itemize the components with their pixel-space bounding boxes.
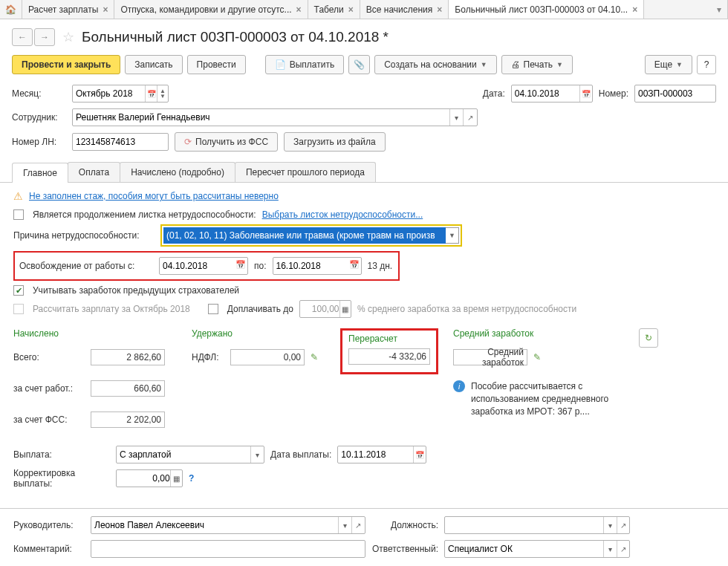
reason-field[interactable]: (01, 02, 10, 11) Заболевание или травма … bbox=[163, 227, 446, 244]
subtab-recalc[interactable]: Пересчет прошлого периода bbox=[235, 162, 376, 182]
comment-field[interactable] bbox=[91, 540, 365, 558]
payout-date-field[interactable]: 📅 bbox=[337, 446, 426, 463]
payout-mode-field[interactable]: ▾ bbox=[116, 446, 264, 463]
calc-salary-label: Рассчитать зарплату за Октябрь 2018 bbox=[33, 304, 190, 314]
subtab-payment[interactable]: Оплата bbox=[68, 162, 120, 182]
print-button[interactable]: 🖨Печать▼ bbox=[501, 55, 573, 74]
calc-salary-checkbox bbox=[13, 304, 24, 314]
tab-sick-leave[interactable]: Больничный лист 00ЗП-000003 от 04.10...× bbox=[449, 0, 644, 19]
number-label: Номер: bbox=[599, 88, 628, 99]
prev-insurers-checkbox[interactable] bbox=[13, 285, 24, 296]
edit-icon[interactable]: ✎ bbox=[311, 352, 318, 362]
back-button[interactable]: ← bbox=[12, 28, 33, 46]
ln-label: Номер ЛН: bbox=[12, 137, 66, 147]
page-title: Больничный лист 00ЗП-000003 от 04.10.201… bbox=[82, 29, 389, 45]
chevron-down-icon: ▼ bbox=[676, 61, 683, 68]
chevron-down-icon[interactable]: ▾ bbox=[250, 446, 264, 463]
manager-field[interactable]: ▾↗ bbox=[91, 516, 365, 534]
chevron-down-icon[interactable]: ▾ bbox=[338, 517, 351, 533]
calc-icon[interactable]: ▦ bbox=[170, 470, 182, 487]
recalc-header: Перерасчет bbox=[348, 334, 397, 344]
open-icon[interactable]: ↗ bbox=[617, 541, 629, 557]
attach-button[interactable]: 📎 bbox=[348, 55, 370, 74]
load-file-button[interactable]: Загрузить из файла bbox=[284, 132, 386, 152]
printer-icon: 🖨 bbox=[511, 59, 520, 70]
subtab-main[interactable]: Главное bbox=[12, 163, 68, 183]
select-sheet-link[interactable]: Выбрать листок нетрудоспособности... bbox=[262, 209, 423, 220]
save-button[interactable]: Записать bbox=[125, 55, 182, 74]
calendar-icon[interactable]: 📅 bbox=[235, 260, 246, 270]
get-fss-button[interactable]: ⟳Получить из ФСС bbox=[175, 132, 278, 152]
correction-field[interactable]: ▦ bbox=[116, 469, 183, 487]
toppay-suffix: % среднего заработка за время нетрудоспо… bbox=[357, 304, 576, 314]
reason-label: Причина нетрудоспособности: bbox=[13, 230, 155, 241]
warning-link[interactable]: Не заполнен стаж, пособия могут быть рас… bbox=[29, 191, 279, 201]
employee-field[interactable]: ▾↗ bbox=[72, 108, 478, 126]
more-button[interactable]: Еще▼ bbox=[645, 55, 692, 74]
toppay-checkbox[interactable] bbox=[208, 304, 218, 314]
number-field[interactable] bbox=[634, 85, 716, 103]
position-field[interactable]: ▾↗ bbox=[444, 516, 630, 534]
close-icon[interactable]: × bbox=[632, 4, 637, 15]
prev-insurers-label: Учитывать заработок предыдущих страховат… bbox=[33, 285, 239, 296]
open-icon[interactable]: ↗ bbox=[617, 517, 629, 533]
correction-help[interactable]: ? bbox=[189, 473, 194, 484]
calendar-icon[interactable]: 📅 bbox=[413, 446, 426, 463]
refresh-button[interactable]: ↻ bbox=[639, 328, 658, 348]
edit-icon[interactable]: ✎ bbox=[533, 352, 541, 362]
date-field[interactable]: 📅 bbox=[511, 85, 593, 103]
continuation-checkbox[interactable] bbox=[13, 209, 24, 220]
home-icon: 🏠 bbox=[5, 4, 16, 15]
warning-icon: ⚠ bbox=[13, 190, 23, 202]
close-icon[interactable]: × bbox=[437, 4, 442, 15]
toppay-field: ▦ bbox=[299, 300, 351, 318]
close-icon[interactable]: × bbox=[348, 4, 354, 15]
subtab-accrued[interactable]: Начислено (подробно) bbox=[120, 162, 235, 182]
payout-date-label: Дата выплаты: bbox=[270, 449, 331, 460]
calendar-icon[interactable]: 📅 bbox=[579, 85, 592, 102]
tab-absences[interactable]: Отпуска, командировки и другие отсутс...… bbox=[114, 0, 308, 19]
payout-label: Выплата: bbox=[13, 449, 110, 460]
calendar-icon[interactable]: 📅 bbox=[349, 260, 360, 270]
chevron-down-icon[interactable]: ▾ bbox=[603, 517, 616, 533]
ln-field[interactable] bbox=[72, 133, 169, 151]
calendar-icon[interactable]: 📅 bbox=[145, 85, 156, 102]
favorite-icon[interactable]: ☆ bbox=[62, 29, 74, 45]
release-from-field[interactable]: 📅 bbox=[159, 257, 248, 275]
employee-label: Сотрудник: bbox=[12, 112, 66, 123]
tab-accruals[interactable]: Все начисления× bbox=[360, 0, 449, 19]
pay-button[interactable]: 📄Выплатить bbox=[265, 55, 345, 74]
main-panel: ⚠ Не заполнен стаж, пособия могут быть р… bbox=[0, 183, 728, 501]
open-icon[interactable]: ↗ bbox=[463, 109, 477, 126]
toolbar: Провести и закрыть Записать Провести 📄Вы… bbox=[0, 52, 728, 82]
info-text: Пособие рассчитывается с использованием … bbox=[471, 380, 620, 417]
responsible-field[interactable]: ▾↗ bbox=[444, 540, 630, 558]
info-icon: i bbox=[453, 380, 465, 392]
forward-button[interactable]: → bbox=[34, 28, 55, 46]
chevron-down-icon: ▼ bbox=[556, 61, 563, 68]
post-button[interactable]: Провести bbox=[187, 55, 246, 74]
chevron-down-icon[interactable]: ▼ bbox=[446, 227, 459, 244]
tabs-dropdown[interactable]: ▾ bbox=[710, 0, 728, 19]
help-button[interactable]: ? bbox=[697, 55, 716, 74]
month-field[interactable]: 📅▲▼ bbox=[72, 85, 169, 103]
avg-header: Средний заработок bbox=[453, 328, 624, 339]
chevron-down-icon[interactable]: ▾ bbox=[449, 109, 464, 126]
home-tab[interactable]: 🏠 bbox=[0, 0, 22, 19]
fss-label: за счет ФСС: bbox=[13, 414, 85, 425]
close-icon[interactable]: × bbox=[103, 4, 108, 15]
post-and-close-button[interactable]: Провести и закрыть bbox=[12, 55, 120, 74]
close-icon[interactable]: × bbox=[296, 4, 302, 15]
clip-icon: 📎 bbox=[354, 59, 365, 70]
employer-label: за счет работ.: bbox=[13, 383, 85, 394]
chevron-down-icon[interactable]: ▾ bbox=[603, 541, 616, 557]
tab-timesheets[interactable]: Табели× bbox=[308, 0, 360, 19]
pay-icon: 📄 bbox=[275, 59, 286, 70]
create-based-button[interactable]: Создать на основании▼ bbox=[374, 55, 496, 74]
open-icon[interactable]: ↗ bbox=[351, 517, 365, 533]
release-label: Освобождение от работы с: bbox=[19, 261, 153, 271]
release-to-label: по: bbox=[254, 261, 267, 271]
release-to-field[interactable]: 📅 bbox=[273, 257, 362, 275]
spinner-icon[interactable]: ▲▼ bbox=[157, 85, 168, 102]
tab-salary[interactable]: Расчет зарплаты× bbox=[22, 0, 114, 19]
